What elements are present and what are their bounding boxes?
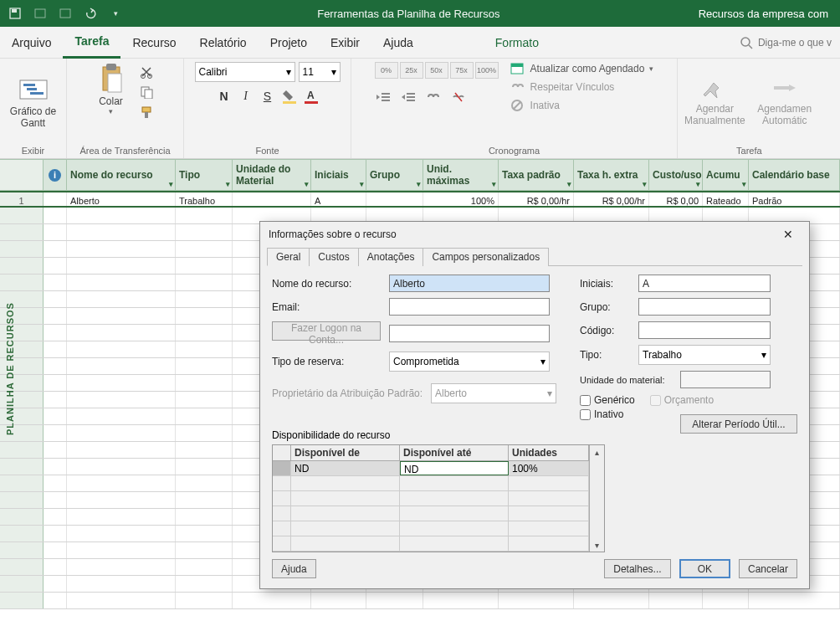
cell-custouso[interactable]: R$ 0,00 (649, 192, 703, 206)
col-nome[interactable]: Nome do recurso▾ (67, 160, 176, 190)
cell-iniciais[interactable]: A (311, 192, 366, 206)
menu-recurso[interactable]: Recurso (120, 27, 187, 59)
generico-checkbox[interactable]: Genérico (580, 394, 635, 406)
gantt-button[interactable]: Gráfico de Gantt (8, 77, 59, 129)
col-iniciais[interactable]: Iniciais▾ (311, 160, 366, 190)
tab-campos[interactable]: Campos personalizados (423, 248, 549, 266)
italic-button[interactable]: I (237, 87, 255, 105)
scroll-down-icon[interactable]: ▾ (590, 538, 604, 552)
format-painter-icon[interactable] (140, 105, 155, 119)
zoom-75[interactable]: 75x (450, 62, 474, 79)
schedule-auto-button[interactable]: Agendamen Automátic (755, 80, 814, 126)
font-family-combo[interactable]: Calibri▾ (195, 62, 295, 82)
chevron-down-icon: ▾ (547, 387, 552, 399)
fill-color-button[interactable] (280, 87, 299, 105)
outdent-icon[interactable] (375, 90, 392, 104)
menu-arquivo[interactable]: Arquivo (0, 27, 63, 59)
bold-button[interactable]: N (215, 87, 233, 105)
cell-taxa[interactable]: R$ 0,00/hr (499, 192, 574, 206)
email-field[interactable] (389, 298, 550, 316)
paste-button[interactable]: Colar ▾ (96, 62, 126, 115)
font-size-combo[interactable]: 11▾ (299, 62, 341, 82)
group-clipboard-label: Área de Transferência (79, 143, 170, 158)
schedule-manual-button[interactable]: Agendar Manualmente (684, 80, 745, 126)
menu-relatorio[interactable]: Relatório (188, 27, 259, 59)
tab-custos[interactable]: Custos (309, 248, 358, 266)
svg-point-4 (741, 38, 750, 46)
table-row[interactable] (0, 593, 840, 609)
cell-acumu[interactable]: Rateado (703, 192, 749, 206)
detalhes-button[interactable]: Detalhes... (604, 559, 670, 578)
nome-field[interactable] (389, 275, 550, 292)
menu-ajuda[interactable]: Ajuda (371, 27, 425, 59)
col-info[interactable]: i (44, 160, 67, 190)
tell-me-search[interactable]: Diga-me o que v (740, 36, 840, 49)
cell-dispde[interactable]: ND (291, 461, 400, 475)
svg-rect-30 (511, 64, 523, 67)
cell-unidmax[interactable]: 100% (423, 192, 499, 206)
codigo-field[interactable] (638, 321, 771, 339)
font-color-button[interactable]: A (302, 87, 320, 105)
col-grupo[interactable]: Grupo▾ (366, 160, 423, 190)
col-acumu[interactable]: Acumu▾ (703, 160, 749, 190)
update-scheduled-button[interactable]: Atualizar como Agendado▾ (510, 62, 654, 75)
tab-geral[interactable]: Geral (267, 248, 310, 266)
col-taxa[interactable]: Taxa padrão▾ (499, 160, 574, 190)
cell-nome[interactable]: Alberto (67, 192, 176, 206)
scroll-up-icon[interactable]: ▴ (590, 445, 604, 459)
zoom-50[interactable]: 50x (425, 62, 448, 79)
indent-icon[interactable] (400, 90, 417, 104)
cancelar-button[interactable]: Cancelar (739, 559, 797, 578)
save-icon[interactable] (8, 7, 22, 20)
pin-icon (700, 80, 729, 103)
menu-tarefa[interactable]: Tarefa (63, 27, 120, 59)
cell-unidades[interactable]: 100% (509, 461, 589, 475)
ajuda-button[interactable]: Ajuda (272, 559, 316, 578)
grupo-field[interactable] (638, 298, 771, 316)
iniciais-field[interactable] (638, 275, 771, 292)
inactive-button[interactable]: Inativa (510, 99, 654, 112)
svg-rect-7 (23, 84, 35, 86)
col-custouso[interactable]: Custo/uso▾ (649, 160, 703, 190)
underline-button[interactable]: S (259, 87, 277, 105)
copy-icon[interactable] (140, 85, 155, 99)
redo-dropdown-icon[interactable]: ▾ (109, 7, 122, 20)
alterar-periodo-button[interactable]: Alterar Período Útil... (680, 414, 797, 434)
table-row[interactable]: 1 Alberto Trabalho A 100% R$ 0,00/hr R$ … (0, 191, 840, 208)
cell-tipo[interactable]: Trabalho (176, 192, 233, 206)
cell-cal[interactable]: Padrão (749, 192, 840, 206)
menu-formato[interactable]: Formato (484, 27, 551, 59)
qat-icon-1[interactable] (33, 7, 47, 20)
qat-icon-2[interactable] (59, 7, 72, 20)
respect-links-button[interactable]: Respeitar Vínculos (510, 80, 654, 94)
col-dispate[interactable]: Disponível até (400, 445, 509, 460)
cell-taxah[interactable]: R$ 0,00/hr (574, 192, 649, 206)
label-nome: Nome do recurso: (272, 278, 389, 290)
zoom-25[interactable]: 25x (400, 62, 423, 79)
col-unidades[interactable]: Unidades (509, 445, 589, 460)
col-tipo[interactable]: Tipo▾ (176, 160, 233, 190)
account-field[interactable] (389, 325, 550, 342)
cut-icon[interactable] (140, 65, 155, 79)
close-button[interactable]: ✕ (776, 222, 801, 247)
zoom-0[interactable]: 0% (375, 62, 398, 79)
col-unidmax[interactable]: Unid. máximas▾ (423, 160, 499, 190)
menu-projeto[interactable]: Projeto (259, 27, 319, 59)
col-taxah[interactable]: Taxa h. extra▾ (574, 160, 649, 190)
tipo-combo[interactable]: Trabalho▾ (638, 345, 771, 365)
avail-scrollbar[interactable]: ▴ ▾ (589, 445, 604, 552)
reserva-combo[interactable]: Comprometida▾ (389, 352, 550, 372)
link-icon[interactable] (425, 90, 442, 104)
ok-button[interactable]: OK (679, 559, 730, 578)
paste-dropdown-icon[interactable]: ▾ (109, 107, 113, 115)
undo-icon[interactable] (84, 7, 97, 20)
col-unidade[interactable]: Unidade do Material▾ (233, 160, 311, 190)
tab-anotacoes[interactable]: Anotações (358, 248, 424, 266)
col-calendario[interactable]: Calendário base (749, 160, 840, 190)
menu-exibir[interactable]: Exibir (319, 27, 371, 59)
unlink-icon[interactable] (450, 90, 467, 104)
avail-row[interactable]: ND ND 100% (273, 461, 589, 476)
col-dispde[interactable]: Disponível de (291, 445, 400, 460)
cell-dispate[interactable]: ND (400, 461, 509, 475)
zoom-100[interactable]: 100% (475, 62, 499, 79)
